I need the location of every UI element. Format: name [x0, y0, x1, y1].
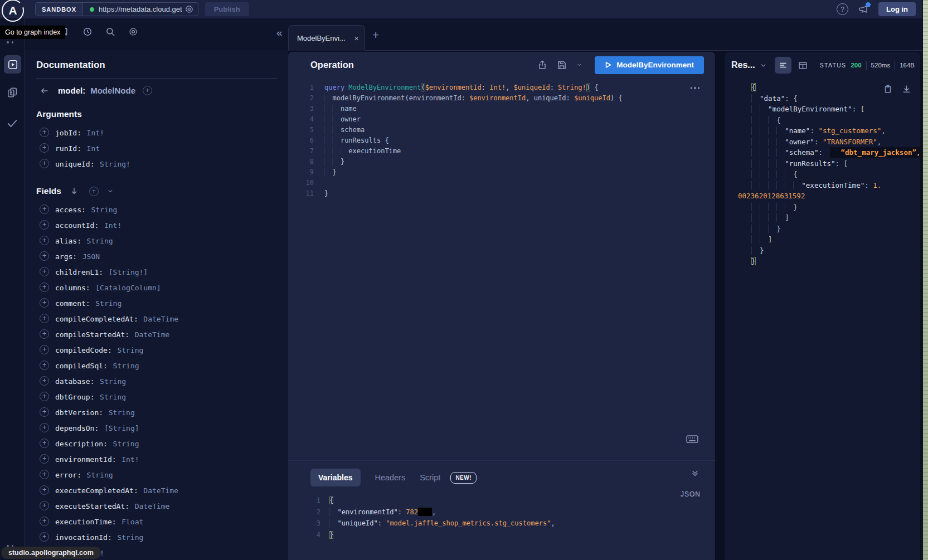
add-field-icon[interactable]: + [40, 485, 49, 495]
field-name[interactable]: dbtVersion [55, 408, 103, 417]
argument-name[interactable]: runId [55, 144, 81, 153]
field-type[interactable]: Float [122, 518, 143, 526]
save-options-chevron-icon[interactable] [576, 62, 582, 68]
field-name[interactable]: access [55, 206, 86, 214]
search-icon[interactable] [105, 27, 115, 37]
endpoint-settings-gear-icon[interactable] [182, 4, 198, 14]
field-type[interactable]: DateTime [143, 315, 178, 323]
rail-item-schema[interactable] [7, 87, 18, 98]
field-name[interactable]: compileCompletedAt [55, 315, 138, 323]
field-type[interactable]: [String] [104, 424, 139, 432]
collapse-sidebar-icon[interactable]: « [276, 27, 283, 39]
download-response-icon[interactable] [902, 84, 911, 94]
add-field-icon[interactable]: + [40, 423, 49, 432]
add-field-icon[interactable]: + [40, 251, 49, 261]
field-name[interactable]: executionTime [55, 518, 116, 526]
share-icon[interactable] [537, 60, 547, 70]
sort-fields-icon[interactable] [70, 187, 79, 196]
close-tab-icon[interactable]: × [354, 33, 359, 43]
field-type[interactable]: String [87, 237, 113, 245]
add-field-icon[interactable]: + [40, 501, 49, 510]
field-name[interactable]: compileStartedAt [55, 330, 129, 339]
add-field-icon[interactable]: + [40, 236, 49, 245]
field-type[interactable]: String [109, 408, 135, 417]
field-type[interactable]: String [113, 440, 139, 448]
keyboard-shortcuts-icon[interactable] [686, 435, 698, 444]
field-type[interactable]: String [113, 362, 139, 370]
add-field-icon[interactable]: + [40, 128, 49, 137]
add-field-icon[interactable]: + [40, 345, 49, 354]
add-field-icon[interactable]: + [40, 220, 49, 230]
login-button[interactable]: Log in [878, 2, 916, 16]
add-field-icon[interactable]: + [40, 267, 49, 276]
field-name[interactable]: dependsOn [55, 424, 99, 432]
rail-item-checklist[interactable] [6, 118, 18, 129]
variables-editor[interactable]: 1{2 "environmentId": 782,3 "uniqueId": "… [310, 495, 715, 540]
add-all-fields-icon[interactable]: + [89, 187, 99, 196]
apollo-logo[interactable]: A [2, 0, 24, 22]
history-icon[interactable] [82, 27, 93, 37]
field-type[interactable]: DateTime [135, 330, 170, 339]
field-name[interactable]: compiledSql [55, 362, 108, 370]
copy-response-icon[interactable] [883, 84, 892, 94]
add-type-icon[interactable]: + [143, 86, 152, 95]
add-field-icon[interactable]: + [40, 454, 49, 464]
field-name[interactable]: alias [55, 237, 81, 245]
add-field-icon[interactable]: + [40, 407, 49, 417]
add-field-icon[interactable]: + [40, 517, 49, 526]
more-options-icon[interactable] [691, 87, 700, 89]
argument-type[interactable]: String! [100, 160, 130, 168]
field-name[interactable]: args [55, 252, 77, 261]
endpoint-url-input[interactable]: https://metadata.cloud.get [99, 5, 182, 13]
tab-headers[interactable]: Headers [375, 473, 406, 482]
field-name[interactable]: description [55, 440, 108, 448]
add-field-icon[interactable]: + [40, 376, 49, 386]
field-type[interactable]: [CatalogColumn] [95, 284, 161, 292]
back-icon[interactable] [40, 86, 49, 95]
field-name[interactable]: executeStartedAt [55, 502, 129, 510]
run-operation-button[interactable]: ModelByEnvironment [595, 56, 704, 74]
response-options-chevron-icon[interactable] [760, 62, 767, 69]
help-icon[interactable]: ? [837, 3, 848, 15]
field-type[interactable]: JSON [82, 252, 100, 261]
field-type[interactable]: DateTime [143, 486, 178, 495]
rail-item-operations[interactable] [4, 55, 21, 74]
field-name[interactable]: accountId [55, 221, 99, 230]
add-field-icon[interactable]: + [40, 361, 49, 370]
field-type[interactable]: String [95, 299, 122, 308]
add-field-icon[interactable]: + [40, 159, 49, 168]
field-type[interactable]: String [117, 533, 143, 542]
tab-script[interactable]: Script [420, 473, 440, 482]
field-type[interactable]: Int! [122, 455, 139, 464]
field-name[interactable]: executeCompletedAt [55, 486, 138, 495]
field-name[interactable]: database [55, 377, 94, 386]
field-type[interactable]: String [100, 377, 126, 386]
field-type[interactable]: String [100, 393, 126, 401]
add-field-icon[interactable]: + [40, 314, 49, 323]
argument-name[interactable]: jobId [55, 129, 81, 137]
add-field-icon[interactable]: + [40, 143, 49, 153]
field-name[interactable]: comment [55, 299, 90, 308]
field-name[interactable]: dbtGroup [55, 393, 94, 401]
field-type[interactable]: String [91, 206, 117, 214]
field-type[interactable]: DateTime [135, 502, 170, 510]
add-field-icon[interactable]: + [40, 298, 49, 308]
add-field-icon[interactable]: + [40, 204, 49, 214]
fields-options-chevron-icon[interactable] [107, 188, 114, 194]
tab-variables[interactable]: Variables [310, 469, 361, 486]
graph-icon[interactable] [7, 41, 13, 43]
save-icon[interactable] [557, 60, 567, 70]
field-type[interactable]: [String!] [109, 268, 148, 276]
field-name[interactable]: childrenL1 [55, 268, 103, 276]
add-field-icon[interactable]: + [40, 329, 49, 339]
table-view-toggle[interactable] [796, 58, 810, 72]
add-field-icon[interactable]: + [40, 470, 49, 479]
new-tab-icon[interactable]: + [372, 28, 379, 42]
argument-type[interactable]: Int! [87, 129, 104, 137]
field-name[interactable]: compiledCode [55, 346, 112, 354]
add-field-icon[interactable]: + [40, 439, 49, 448]
add-field-icon[interactable]: + [40, 392, 49, 401]
field-type[interactable]: Int! [104, 221, 122, 230]
json-view-toggle[interactable] [775, 57, 791, 74]
argument-name[interactable]: uniqueId [55, 160, 94, 168]
